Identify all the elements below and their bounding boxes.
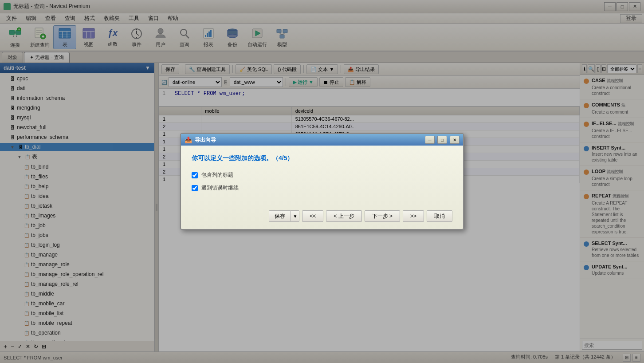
checkbox-continue-on-error-label: 遇到错误时继续 bbox=[201, 184, 239, 192]
modal-title: 导出向导 bbox=[195, 136, 422, 144]
modal-prev-button[interactable]: < 上一步 bbox=[326, 210, 361, 222]
modal-minimize-button[interactable]: ─ bbox=[425, 136, 435, 144]
modal-titlebar: 📤 导出向导 ─ □ ✕ bbox=[181, 134, 463, 146]
modal-save-group: 保存 ▼ bbox=[269, 210, 299, 222]
modal-step-text: 你可以定义一些附加的选项。（4/5） bbox=[192, 154, 452, 162]
modal-titlebar-icon: 📤 bbox=[185, 136, 192, 143]
modal-overlay: 📤 导出向导 ─ □ ✕ 你可以定义一些附加的选项。（4/5） 包含列的标题 遇… bbox=[0, 0, 644, 363]
modal-last-button[interactable]: >> bbox=[403, 210, 424, 222]
modal-footer: 保存 ▼ << < 上一步 下一步 > >> 取消 bbox=[181, 206, 463, 229]
modal-close-button[interactable]: ✕ bbox=[450, 136, 459, 144]
modal-next-button[interactable]: 下一步 > bbox=[365, 210, 400, 222]
modal-cancel-button[interactable]: 取消 bbox=[427, 210, 452, 222]
checkbox-continue-on-error[interactable] bbox=[192, 185, 198, 191]
modal-save-button[interactable]: 保存 bbox=[269, 210, 291, 222]
modal-save-dropdown[interactable]: ▼ bbox=[291, 210, 299, 222]
modal-maximize-button[interactable]: □ bbox=[437, 136, 447, 144]
modal-checkbox-2[interactable]: 遇到错误时继续 bbox=[192, 184, 452, 192]
checkbox-include-header-label: 包含列的标题 bbox=[201, 171, 233, 179]
modal-body: 你可以定义一些附加的选项。（4/5） 包含列的标题 遇到错误时继续 bbox=[181, 146, 463, 206]
modal-first-button[interactable]: << bbox=[302, 210, 323, 222]
checkbox-include-header[interactable] bbox=[192, 172, 198, 178]
export-wizard-modal: 📤 导出向导 ─ □ ✕ 你可以定义一些附加的选项。（4/5） 包含列的标题 遇… bbox=[180, 133, 464, 230]
modal-checkbox-1[interactable]: 包含列的标题 bbox=[192, 171, 452, 179]
